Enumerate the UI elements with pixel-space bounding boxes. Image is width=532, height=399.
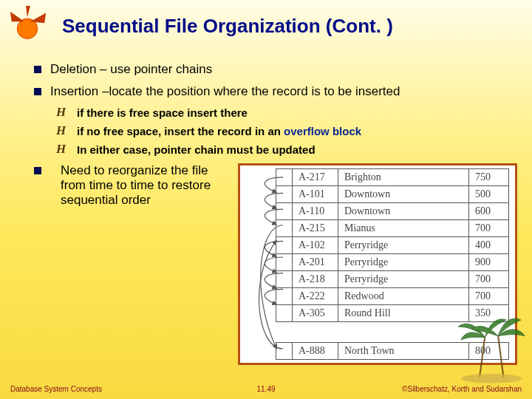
svg-point-1 [461,374,522,383]
table-row: A-218Perryridge700 [276,271,509,288]
text: Insertion –locate the position where the… [50,84,400,99]
sun-icon [6,4,49,47]
overflow-gap [276,322,509,343]
bullet-insertion: Insertion –locate the position where the… [34,84,517,99]
text: In either case, pointer chain must be up… [77,143,316,156]
sub-bullet-2: H if no free space, insert the record in… [56,125,517,137]
sub-bullet-3: H In either case, pointer chain must be … [56,143,517,156]
footer: Database System Concepts 11.49 ©Silbersc… [0,385,532,393]
square-bullet-icon [34,66,41,73]
bullet-deletion: Deletion – use pointer chains [34,62,517,77]
table-row: A-217Brighton750 [276,169,509,186]
table-row: A-101Downtown500 [276,186,509,203]
table-row: A-102Perryridge400 [276,237,509,254]
record-diagram: A-217Brighton750A-101Downtown500A-110Dow… [238,163,517,365]
term-overflow-block: overflow block [284,125,361,137]
text: if no free space, insert the record in a… [77,125,361,137]
footer-left: Database System Concepts [10,385,102,393]
title-row: Sequential File Organization (Cont. ) [6,4,517,47]
script-h-icon: H [56,143,69,154]
footer-center: 11.49 [256,385,275,393]
slide-body: Deletion – use pointer chains Insertion … [19,62,517,365]
bullet-reorganize: Need to reorganize the file from time to… [34,163,517,365]
table-row: A-201Perryridge900 [276,254,509,271]
script-h-icon: H [56,125,69,136]
sub-bullet-1: H if there is free space insert there [56,106,517,119]
table-row: A-110Downtown600 [276,203,509,220]
footer-right: ©Silberschatz, Korth and Sudarshan [402,385,522,393]
table-row: A-888North Town800 [276,343,509,360]
text: if there is free space insert there [77,106,248,119]
script-h-icon: H [56,106,69,117]
square-bullet-icon [34,167,41,174]
sub-bullets: H if there is free space insert there H … [34,106,517,156]
slide: Sequential File Organization (Cont. ) De… [0,0,532,399]
text: Deletion – use pointer chains [50,62,212,77]
page-title: Sequential File Organization (Cont. ) [62,15,393,38]
table-row: A-222Redwood700 [276,288,509,305]
text: Need to reorganize the file from time to… [61,163,228,208]
record-table: A-217Brighton750A-101Downtown500A-110Dow… [276,168,509,360]
table-row: A-305Round Hill350 [276,305,509,322]
table-row: A-215Mianus700 [276,220,509,237]
square-bullet-icon [34,88,41,95]
